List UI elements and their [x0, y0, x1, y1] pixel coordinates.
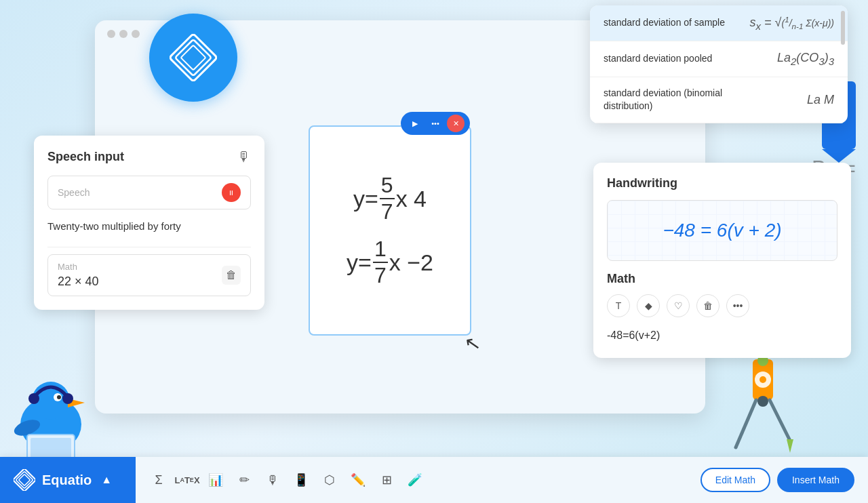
- handwriting-equation: −48 = 6(v + 2): [663, 220, 781, 241]
- math-box: Math 22 × 40 🗑: [47, 254, 251, 296]
- svg-rect-15: [31, 438, 71, 458]
- eq-num-2: 1: [373, 237, 388, 263]
- equation-toolbar: ▶ ••• ✕: [401, 112, 470, 135]
- eq-den-2: 7: [373, 263, 388, 288]
- svg-marker-21: [787, 439, 793, 453]
- svg-point-9: [62, 393, 73, 404]
- formula-expr-2: La M: [753, 93, 834, 107]
- svg-point-18: [760, 376, 766, 383]
- formula-expr-0: sx = √(1/n-1 Σ(x-μ)): [750, 15, 834, 31]
- more-button[interactable]: •••: [427, 115, 444, 132]
- formula-desc-0: standard deviation of sample: [604, 16, 739, 30]
- dot-yellow: [119, 30, 127, 38]
- graph-tool[interactable]: 📊: [203, 468, 228, 492]
- cube-tool[interactable]: ⬡: [317, 468, 342, 492]
- svg-line-19: [736, 400, 756, 447]
- math-content: Math 22 × 40: [58, 262, 99, 289]
- hw-tools: T ◆ ♡ 🗑 •••: [607, 294, 837, 317]
- mic-icon[interactable]: 🎙: [237, 149, 251, 165]
- equation-line-2: y= 1 7 x −2: [347, 237, 433, 288]
- toolbar: Equatio ▲ Σ LATEX 📊 ✏ 🎙 📱 ⬡ ✏️ ⊞ 🧪 Edit …: [0, 457, 868, 503]
- eq-rest-1: x 4: [396, 186, 427, 212]
- mic-tool[interactable]: 🎙: [260, 468, 285, 492]
- sigma-tool[interactable]: Σ: [146, 468, 171, 492]
- svg-point-22: [757, 396, 768, 407]
- dot-green: [132, 30, 140, 38]
- handwriting-canvas[interactable]: −48 = 6(v + 2): [607, 200, 837, 261]
- eq-y1: y=: [353, 186, 378, 212]
- brand-logo-icon: [14, 469, 35, 491]
- handwriting-card: Handwriting −48 = 6(v + 2) Math T ◆ ♡ 🗑 …: [593, 163, 851, 358]
- text-tool-button[interactable]: T: [607, 294, 630, 317]
- more-tool-button[interactable]: •••: [726, 294, 749, 317]
- trash-icon: 🗑: [226, 269, 237, 281]
- toolbar-actions: Edit Math Insert Math: [701, 468, 868, 492]
- svg-line-20: [770, 400, 790, 441]
- hw-math-result: -48=6(v+2): [607, 327, 837, 344]
- formula-expr-1: La2(CO3)3: [753, 51, 834, 67]
- pause-button[interactable]: ⏸: [222, 183, 241, 202]
- eq-frac-2: 1 7: [373, 237, 388, 288]
- speech-input-box[interactable]: Speech ⏸: [47, 176, 251, 209]
- hw-math-title: Math: [607, 272, 837, 286]
- divider: [47, 247, 251, 247]
- speech-title: Speech input: [47, 150, 124, 164]
- chevron-up-icon[interactable]: ▲: [101, 474, 112, 486]
- close-button[interactable]: ✕: [447, 115, 465, 132]
- brand-name-label: Equatio: [42, 472, 92, 488]
- diamond-tool-button[interactable]: ◆: [637, 294, 660, 317]
- formula-row-0[interactable]: standard deviation of sample sx = √(1/n-…: [590, 5, 848, 41]
- toolbar-brand[interactable]: Equatio ▲: [0, 457, 136, 503]
- speech-header: Speech input 🎙: [47, 149, 251, 165]
- pause-icon: ⏸: [228, 189, 235, 197]
- speech-input-label: Speech: [58, 187, 90, 198]
- bird-illustration: [7, 363, 95, 461]
- toolbar-tools: Σ LATEX 📊 ✏ 🎙 📱 ⬡ ✏️ ⊞ 🧪: [136, 468, 701, 492]
- speech-input-card: Speech input 🎙 Speech ⏸ Twenty-two multi…: [34, 136, 264, 310]
- formula-panel: standard deviation of sample sx = √(1/n-…: [590, 5, 848, 123]
- play-button[interactable]: ▶: [406, 115, 424, 132]
- handwriting-title: Handwriting: [607, 176, 837, 190]
- science-tool[interactable]: 🧪: [403, 468, 427, 492]
- math-label: Math: [58, 262, 99, 272]
- equation-line-1: y= 5 7 x 4: [353, 173, 427, 224]
- eq-num-1: 5: [380, 173, 395, 199]
- eq-den-1: 7: [380, 199, 395, 224]
- eq-rest-2: x −2: [389, 249, 433, 276]
- formula-desc-1: standard deviation pooled: [604, 52, 742, 66]
- delete-tool-button[interactable]: 🗑: [696, 294, 719, 317]
- grid-tool[interactable]: ⊞: [374, 468, 399, 492]
- eq-y2: y=: [347, 249, 372, 276]
- svg-point-8: [28, 393, 39, 404]
- formula-desc-2: standard deviation (binomial distributio…: [604, 87, 742, 113]
- logo-icon: [170, 34, 217, 81]
- compass-illustration: [722, 353, 804, 464]
- scrollbar[interactable]: [841, 11, 845, 45]
- svg-point-7: [57, 395, 61, 399]
- draw-tool[interactable]: ✏️: [346, 468, 370, 492]
- latex-tool[interactable]: LATEX: [175, 468, 199, 492]
- mobile-tool[interactable]: 📱: [289, 468, 313, 492]
- edit-tool[interactable]: ✏: [232, 468, 256, 492]
- equation-card: ▶ ••• ✕ y= 5 7 x 4 y= 1 7 x −2 ↖: [309, 125, 471, 336]
- dot-red: [107, 30, 115, 38]
- heart-tool-button[interactable]: ♡: [667, 294, 690, 317]
- delete-math-button[interactable]: 🗑: [222, 266, 241, 285]
- speech-transcription: Twenty-two multiplied by forty: [47, 218, 251, 240]
- formula-row-1[interactable]: standard deviation pooled La2(CO3)3: [590, 41, 848, 77]
- svg-marker-25: [822, 149, 856, 163]
- insert-math-button[interactable]: Insert Math: [777, 468, 854, 492]
- edit-math-button[interactable]: Edit Math: [701, 468, 770, 492]
- eq-frac-1: 5 7: [380, 173, 395, 224]
- formula-row-2[interactable]: standard deviation (binomial distributio…: [590, 77, 848, 123]
- svg-rect-1: [175, 39, 212, 76]
- math-value: 22 × 40: [58, 275, 99, 289]
- logo-circle: [149, 14, 237, 102]
